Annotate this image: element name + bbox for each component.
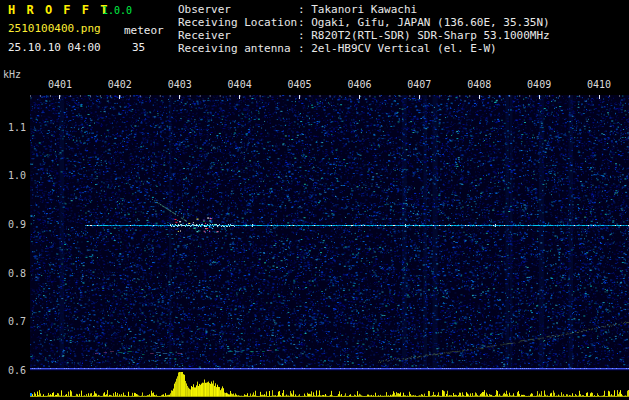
echo-count: 35 [132,41,145,54]
station-info-row: Receiving Location: Ogaki, Gifu, JAPAN (… [178,16,550,29]
colon-separator: : [298,16,311,29]
station-info-row: Observer: Takanori Kawachi [178,3,550,16]
colon-separator: : [298,3,311,16]
app-title: H R O F F T [8,3,109,17]
station-info-row: Receiver: R820T2(RTL-SDR) SDR-Sharp 53.1… [178,29,550,42]
station-info-value: R820T2(RTL-SDR) SDR-Sharp 53.1000MHz [311,29,549,42]
colon-separator: : [298,29,311,42]
station-info-value: Takanori Kawachi [311,3,417,16]
time-tick-label: 0406 [342,79,376,90]
time-tick-label: 0408 [462,79,496,90]
station-info-block: Observer: Takanori KawachiReceiving Loca… [178,3,550,55]
station-info-label: Receiver [178,29,298,42]
station-info-label: Receiving antenna [178,42,298,55]
freq-tick-label: 0.6 [2,365,26,376]
freq-tick-label: 1.1 [2,122,26,133]
hrofft-window: H R O F F T 1.0.0 2510100400.png meteor … [0,0,629,400]
observation-datetime: 25.10.10 04:00 [8,41,101,54]
freq-axis-unit: kHz [3,69,21,80]
time-tick-label: 0404 [223,79,257,90]
time-tick-label: 0403 [163,79,197,90]
station-info-label: Observer [178,3,298,16]
output-filename: 2510100400.png [8,22,101,35]
spectrogram-canvas [30,95,629,371]
station-info-label: Receiving Location [178,16,298,29]
station-info-row: Receiving antenna: 2el-HB9CV Vertical (e… [178,42,550,55]
freq-tick-label: 1.0 [2,170,26,181]
observation-mode-label: meteor [124,24,164,37]
time-tick-label: 0410 [582,79,616,90]
time-tick-label: 0405 [283,79,317,90]
time-tick-label: 0402 [103,79,137,90]
station-info-value: Ogaki, Gifu, JAPAN (136.60E, 35.35N) [311,16,549,29]
freq-tick-label: 0.8 [2,268,26,279]
time-tick-label: 0401 [43,79,77,90]
time-tick-label: 0409 [522,79,556,90]
colon-separator: : [298,42,311,55]
freq-tick-label: 0.9 [2,219,26,230]
app-version: 1.0.0 [102,5,132,16]
amplitude-strip-canvas [30,371,629,397]
freq-tick-label: 0.7 [2,316,26,327]
station-info-value: 2el-HB9CV Vertical (el. E-W) [311,42,496,55]
time-tick-label: 0407 [402,79,436,90]
